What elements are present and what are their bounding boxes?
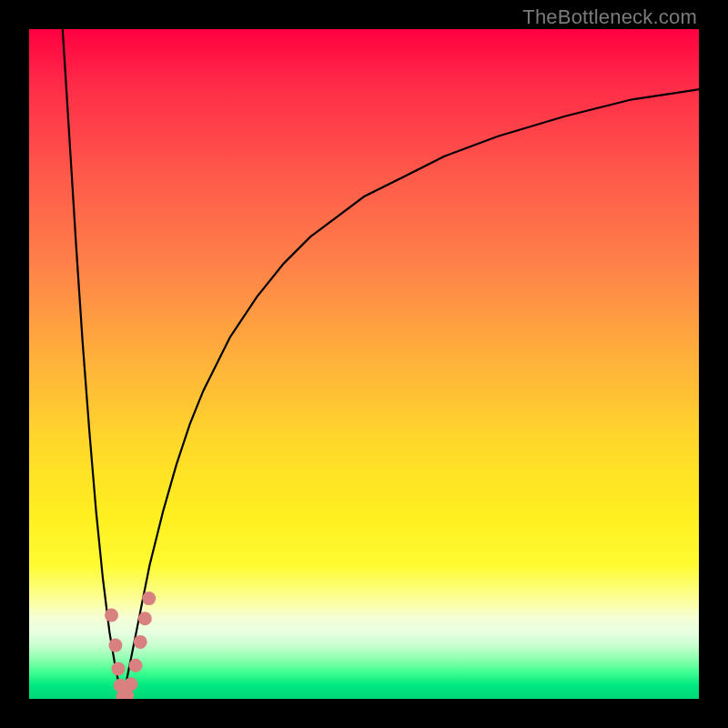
marker-point (129, 659, 143, 672)
marker-point (105, 609, 118, 622)
marker-point (108, 639, 122, 652)
marker-point (138, 612, 152, 625)
watermark-text: TheBottleneck.com (522, 5, 697, 29)
chart-frame: TheBottleneck.com (0, 0, 728, 728)
curve-layer (29, 29, 699, 699)
highlight-markers (105, 592, 156, 699)
marker-point (124, 677, 137, 691)
curve-right-branch (123, 89, 699, 699)
curve-left-branch (63, 29, 123, 699)
plot-area (29, 29, 699, 699)
marker-point (142, 592, 156, 605)
marker-point (111, 662, 125, 675)
marker-point (134, 635, 147, 649)
